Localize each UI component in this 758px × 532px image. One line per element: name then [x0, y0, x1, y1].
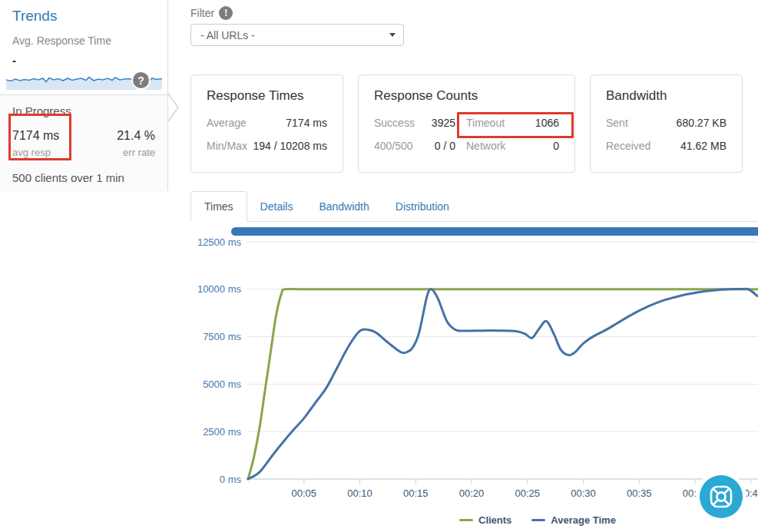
timeout-cell: Timeout 1066	[466, 117, 559, 129]
summary-sidebar: Trends Avg. Response Time - ? In Progres…	[0, 0, 168, 190]
average-label: Average	[207, 117, 247, 129]
svg-text:12500 ms: 12500 ms	[197, 236, 242, 248]
average-time-legend-label: Average Time	[551, 514, 616, 526]
svg-text:0 ms: 0 ms	[220, 474, 242, 485]
avg-response-label: avg resp	[12, 147, 59, 158]
average-time-line-swatch	[531, 519, 545, 521]
test-progress-bar	[231, 227, 758, 236]
chevron-right-icon	[166, 91, 181, 124]
chart-legend: Clients Average Time	[459, 514, 616, 526]
trends-section: Trends Avg. Response Time - ?	[0, 0, 167, 94]
network-label: Network	[466, 140, 505, 152]
bandwidth-title: Bandwidth	[606, 88, 727, 104]
error-rate-metric: 21.4 % err rate	[117, 129, 155, 158]
minmax-value: 194 / 10208 ms	[253, 140, 327, 152]
avg-response-metric: 7174 ms avg resp	[12, 129, 59, 158]
tab-times[interactable]: Times	[190, 191, 247, 222]
times-chart: 0 ms2500 ms5000 ms7500 ms10000 ms12500 m…	[190, 236, 758, 531]
http-errors-label: 400/500	[374, 140, 413, 152]
clients-legend-label: Clients	[478, 514, 511, 526]
test-summary: 500 clients over 1 min	[12, 171, 155, 184]
http-errors-value: 0 / 0	[435, 140, 455, 152]
sent-value: 680.27 KB	[677, 117, 727, 129]
response-times-title: Response Times	[207, 88, 327, 104]
exclamation-info-icon[interactable]: !	[219, 6, 233, 20]
svg-text:7500 ms: 7500 ms	[203, 331, 241, 342]
svg-text:00:10: 00:10	[347, 487, 372, 499]
error-rate-value: 21.4 %	[117, 129, 155, 143]
clients-line-swatch	[459, 519, 473, 521]
average-row: Average 7174 ms	[207, 117, 327, 129]
svg-text:00:30: 00:30	[571, 487, 596, 499]
avg-response-value: 7174 ms	[12, 129, 59, 143]
svg-text:00:20: 00:20	[459, 487, 485, 499]
trends-subtitle: Avg. Response Time	[12, 35, 155, 47]
svg-text:00:25: 00:25	[515, 487, 540, 499]
response-counts-card: Response Counts Success 3925 Timeout 106…	[358, 74, 575, 173]
minmax-row: Min/Max 194 / 10208 ms	[207, 140, 327, 152]
filter-label: Filter	[190, 7, 214, 19]
error-rate-label: err rate	[117, 147, 155, 158]
received-row: Received 41.62 MB	[606, 140, 727, 152]
timeout-value: 1066	[535, 117, 559, 129]
average-value: 7174 ms	[286, 117, 327, 129]
received-label: Received	[606, 140, 650, 152]
question-help-icon[interactable]: ?	[131, 71, 151, 90]
svg-text:00:05: 00:05	[291, 487, 316, 499]
sent-label: Sent	[606, 117, 628, 129]
trends-value: -	[12, 54, 155, 67]
help-widget-button[interactable]	[700, 475, 743, 518]
in-progress-section: In Progress 7174 ms avg resp 21.4 % err …	[0, 94, 167, 192]
legend-item-clients[interactable]: Clients	[459, 514, 511, 526]
network-cell: Network 0	[466, 140, 559, 152]
http-errors-cell: 400/500 0 / 0	[374, 140, 455, 152]
url-filter-selected-value: - All URLs -	[200, 29, 255, 41]
received-value: 41.62 MB	[680, 140, 727, 152]
tab-bandwidth[interactable]: Bandwidth	[306, 192, 382, 221]
svg-text:2500 ms: 2500 ms	[203, 426, 241, 438]
bandwidth-card: Bandwidth Sent 680.27 KB Received 41.62 …	[590, 74, 743, 173]
svg-text:10000 ms: 10000 ms	[197, 283, 242, 295]
success-label: Success	[374, 117, 415, 129]
dropdown-caret-icon	[389, 33, 396, 37]
success-value: 3925	[432, 117, 455, 129]
lifebuoy-icon	[702, 477, 740, 516]
network-value: 0	[553, 140, 559, 152]
response-counts-title: Response Counts	[374, 88, 559, 104]
chart-tabs: Times Details Bandwidth Distribution	[190, 191, 758, 222]
legend-item-average-time[interactable]: Average Time	[531, 514, 616, 526]
timeout-label: Timeout	[466, 117, 505, 129]
sent-row: Sent 680.27 KB	[606, 117, 727, 129]
url-filter-select[interactable]: - All URLs -	[190, 24, 404, 46]
response-times-card: Response Times Average 7174 ms Min/Max 1…	[190, 74, 343, 173]
minmax-label: Min/Max	[207, 140, 247, 152]
success-cell: Success 3925	[374, 117, 455, 129]
tab-details[interactable]: Details	[247, 192, 306, 221]
svg-text:00:15: 00:15	[403, 487, 429, 499]
in-progress-title: In Progress	[12, 104, 155, 117]
trends-title: Trends	[12, 8, 155, 25]
svg-text:00:35: 00:35	[627, 487, 652, 499]
svg-text:5000 ms: 5000 ms	[203, 378, 241, 390]
tab-distribution[interactable]: Distribution	[382, 192, 462, 221]
